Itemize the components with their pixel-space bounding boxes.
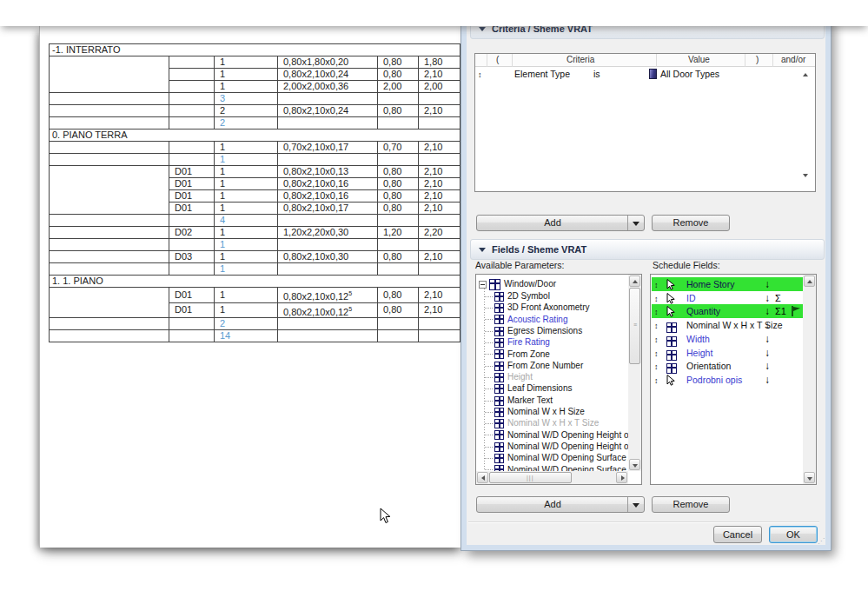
window-icon xyxy=(494,408,504,417)
window-icon xyxy=(494,384,504,394)
field-label: Podrobni opis xyxy=(686,373,742,387)
table-row[interactable]: D0310,80x2,10x0,300,802,10 xyxy=(50,251,461,263)
row-handle-icon[interactable]: ↕ xyxy=(654,360,659,374)
schedule-field-row[interactable]: ↕Quantity↓Σ1 xyxy=(652,304,803,318)
sort-down-icon: ↓ xyxy=(765,304,770,318)
tree-vscrollbar[interactable]: ≡ xyxy=(628,275,641,471)
tree-item[interactable]: Nominal W/D Opening Height on xyxy=(485,429,628,441)
scroll-down-icon[interactable] xyxy=(803,174,808,177)
tree-item[interactable]: Nominal W/D Opening Height on xyxy=(485,441,628,452)
window-icon xyxy=(494,327,504,336)
tree-item[interactable]: Marker Text xyxy=(485,395,553,406)
scroll-up-button[interactable] xyxy=(629,276,640,287)
tree-hscroll-thumb[interactable]: ||| xyxy=(489,472,572,483)
table-row[interactable]: 0. PIANO TERRA xyxy=(50,129,461,142)
table-row[interactable]: D0110,80x2,10x0,1250,802,10 xyxy=(50,302,461,318)
fields-vscrollbar[interactable] xyxy=(803,275,816,484)
row-handle-icon[interactable]: ↕ xyxy=(654,374,659,388)
table-row[interactable]: 3 xyxy=(50,93,461,105)
row-handle-icon[interactable]: ↕ xyxy=(654,305,659,319)
row-handle-icon[interactable]: ↕ xyxy=(654,319,659,333)
tree-item[interactable]: 3D Front Axonometry xyxy=(485,302,589,313)
row-handle-icon[interactable]: ↕ xyxy=(478,70,482,79)
window-icon xyxy=(494,292,504,302)
tree-item[interactable]: From Zone xyxy=(485,349,550,360)
scroll-up-icon[interactable] xyxy=(803,73,808,76)
schedule-field-row[interactable]: ↕Height↓ xyxy=(652,346,803,360)
table-row[interactable]: -1. INTERRATO xyxy=(50,44,461,56)
tree-vscroll-thumb[interactable]: ≡ xyxy=(629,288,640,364)
scroll-right-button[interactable] xyxy=(616,472,627,483)
table-row[interactable]: 1 xyxy=(50,239,461,251)
table-row[interactable]: 14 xyxy=(50,330,461,342)
available-parameters-tree[interactable]: Window/Door2D Symbol3D Front AxonometryA… xyxy=(475,274,642,485)
field-label: Quantity xyxy=(686,304,720,318)
schedule-fields-list[interactable]: ↕Home Story↓↕ID↓Σ↕Quantity↓Σ1↕Nominal W … xyxy=(650,274,817,485)
table-row[interactable]: 1. 1. PIANO xyxy=(50,276,461,288)
table-row[interactable]: D0110,80x2,10x0,130,802,10 xyxy=(50,166,461,178)
criteria-list[interactable]: ( Criteria Value ) and/or ↕Element Typei… xyxy=(474,53,816,192)
tree-item[interactable]: Egress Dimensions xyxy=(485,325,582,336)
schedule-field-row[interactable]: ↕Nominal W x H x T Size↓ xyxy=(652,318,803,332)
table-row[interactable]: 10,80x1,80x0,200,801,80 xyxy=(50,56,461,69)
tree-item[interactable]: Leaf Dimensions xyxy=(485,382,572,394)
sort-down-icon: ↓ xyxy=(765,373,770,387)
schedule-fields-label: Schedule Fields: xyxy=(653,260,720,270)
tree-root-window-door[interactable]: Window/Door xyxy=(479,278,556,289)
criteria-remove-button[interactable]: Remove xyxy=(652,215,730,231)
tree-hscrollbar[interactable]: ||| xyxy=(476,471,628,484)
window-icon xyxy=(494,430,504,440)
table-row[interactable]: 1 xyxy=(50,263,461,276)
fields-remove-button[interactable]: Remove xyxy=(652,496,730,513)
tree-item[interactable]: 2D Symbol xyxy=(485,290,550,302)
schedule-field-row[interactable]: ↕Podrobni opis↓ xyxy=(652,373,803,387)
schedule-field-row[interactable]: ↕ID↓Σ xyxy=(652,291,803,305)
table-row[interactable]: 20,80x2,10x0,240,802,10 xyxy=(50,105,461,117)
scroll-down-button[interactable] xyxy=(804,472,815,483)
tree-item[interactable]: Fire Rating xyxy=(485,336,550,348)
collapse-minus-icon[interactable] xyxy=(479,281,487,289)
table-row[interactable]: D0211,20x2,20x0,301,202,20 xyxy=(50,227,461,239)
row-handle-icon[interactable]: ↕ xyxy=(654,278,659,292)
fields-add-button[interactable]: Add xyxy=(476,496,645,513)
schedule-field-row[interactable]: ↕Width↓ xyxy=(652,332,803,346)
table-row[interactable]: 10,80x2,10x0,240,802,10 xyxy=(50,69,461,81)
fields-section-title: Fields / Sheme VRAT xyxy=(492,244,586,255)
tree-item[interactable]: Nominal W x H x T Size xyxy=(485,417,599,428)
ok-button[interactable]: OK xyxy=(769,526,818,543)
schedule-field-row[interactable]: ↕Home Story↓ xyxy=(652,277,803,291)
fields-add-dropdown-icon[interactable] xyxy=(627,497,644,512)
row-handle-icon[interactable]: ↕ xyxy=(654,292,659,306)
table-row[interactable]: D0110,80x2,10x0,170,802,10 xyxy=(50,203,461,215)
table-row[interactable]: 12,00x2,00x0,362,002,00 xyxy=(50,81,461,93)
scroll-left-button[interactable] xyxy=(477,472,488,483)
cancel-button[interactable]: Cancel xyxy=(713,526,762,543)
tree-item[interactable]: Acoustic Rating xyxy=(485,314,567,325)
window-icon xyxy=(494,362,504,371)
resize-grip[interactable]: ⋰ xyxy=(818,537,825,545)
schedule-field-row[interactable]: ↕Orientation↓ xyxy=(652,359,803,373)
tree-item[interactable]: Nominal W/D Opening Surface Ar xyxy=(485,464,628,472)
table-row[interactable]: 2 xyxy=(50,318,461,330)
criteria-row[interactable]: ↕Element TypeisAll Door Types xyxy=(475,69,801,84)
tree-item[interactable]: Nominal W x H Size xyxy=(485,406,585,417)
table-row[interactable]: 1 xyxy=(50,154,461,166)
tree-item[interactable]: Height xyxy=(485,371,533,382)
scroll-up-button[interactable] xyxy=(804,276,815,287)
tree-item[interactable]: Nominal W/D Opening Surface Ar xyxy=(485,452,628,463)
criteria-add-button[interactable]: Add xyxy=(476,215,645,231)
tree-item[interactable]: From Zone Number xyxy=(485,360,583,371)
sort-down-icon: ↓ xyxy=(765,346,770,360)
scroll-down-button[interactable] xyxy=(629,459,640,470)
table-row[interactable]: 2 xyxy=(50,117,461,129)
criteria-add-dropdown-icon[interactable] xyxy=(627,216,644,230)
table-row[interactable]: D0110,80x2,10x0,1250,802,10 xyxy=(50,288,461,303)
table-row[interactable]: 10,70x2,10x0,170,702,10 xyxy=(50,142,461,154)
mouse-cursor-icon xyxy=(380,508,391,524)
table-row[interactable]: D0110,80x2,10x0,160,802,10 xyxy=(50,178,461,190)
table-row[interactable]: D0110,80x2,10x0,160,802,10 xyxy=(50,190,461,203)
row-handle-icon[interactable]: ↕ xyxy=(654,347,659,361)
row-handle-icon[interactable]: ↕ xyxy=(654,333,659,347)
table-row[interactable]: 4 xyxy=(50,215,461,227)
fields-section-header[interactable]: Fields / Sheme VRAT xyxy=(470,239,825,260)
